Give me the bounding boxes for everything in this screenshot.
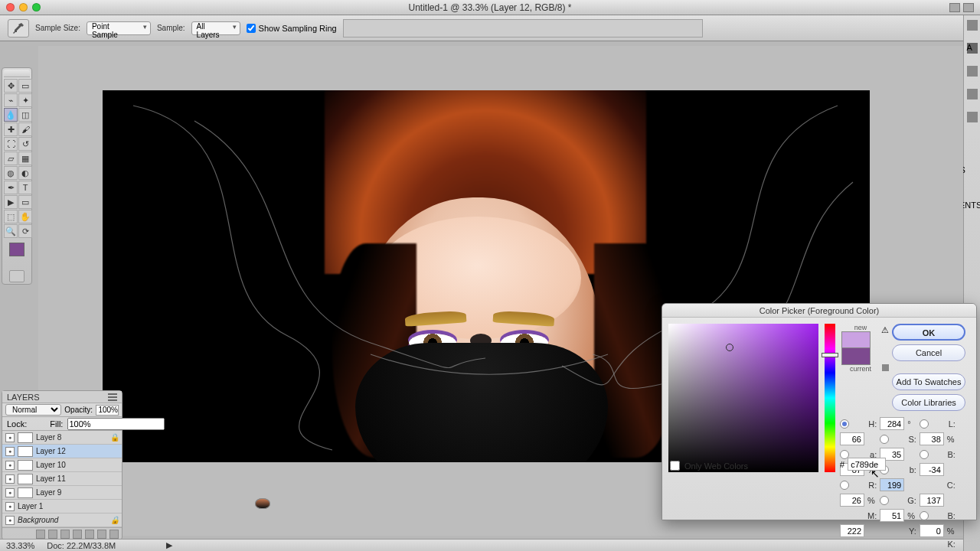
blend-mode-select[interactable]: Normal xyxy=(5,404,61,416)
color-libraries-button[interactable]: Color Libraries xyxy=(892,394,965,411)
yellow-input[interactable] xyxy=(920,524,944,537)
quick-mask-button[interactable] xyxy=(9,270,24,282)
visibility-toggle-icon[interactable] xyxy=(5,488,15,497)
layer-row[interactable]: Layer 11 xyxy=(2,472,122,486)
visibility-toggle-icon[interactable] xyxy=(5,447,15,456)
saturation-input[interactable] xyxy=(920,432,944,445)
close-window-icon[interactable] xyxy=(6,3,15,11)
cancel-button[interactable]: Cancel xyxy=(892,344,965,361)
panel-icon[interactable] xyxy=(967,89,978,99)
fill-input[interactable] xyxy=(67,418,165,430)
visibility-toggle-icon[interactable] xyxy=(5,433,15,442)
layer-row[interactable]: Layer 10 xyxy=(2,458,122,472)
ok-button[interactable]: OK xyxy=(892,324,965,341)
marquee-tool[interactable]: ▭ xyxy=(18,79,32,93)
visibility-toggle-icon[interactable] xyxy=(5,502,15,511)
eyedropper-tool-icon[interactable] xyxy=(8,19,29,37)
eraser-tool[interactable]: ▱ xyxy=(4,152,18,165)
gamut-warning-icon[interactable]: ⚠ xyxy=(881,325,889,335)
hue-radio[interactable] xyxy=(840,419,849,429)
lab-l-radio[interactable] xyxy=(920,419,929,429)
sample-select[interactable]: All Layers xyxy=(191,21,240,35)
visibility-toggle-icon[interactable] xyxy=(5,461,15,470)
brightness-radio[interactable] xyxy=(920,450,929,459)
only-web-colors-input[interactable] xyxy=(670,461,680,471)
clone-stamp-tool[interactable]: ⛶ xyxy=(4,137,18,151)
window-icon[interactable] xyxy=(949,3,960,12)
sample-size-select[interactable]: Point Sample xyxy=(87,21,151,35)
brush-tool[interactable]: 🖌 xyxy=(18,122,32,136)
zoom-tool[interactable]: 🔍 xyxy=(4,224,18,238)
panel-icon[interactable] xyxy=(967,112,978,122)
layers-panel-tab[interactable]: LAYERS xyxy=(2,391,122,403)
minimize-window-icon[interactable] xyxy=(19,3,28,11)
layer-row[interactable]: Layer 1 xyxy=(2,500,122,514)
healing-brush-tool[interactable]: ✚ xyxy=(4,122,18,136)
character-panel-icon[interactable]: A xyxy=(967,43,978,54)
opacity-input[interactable] xyxy=(96,405,119,416)
layer-mask-icon[interactable] xyxy=(60,530,70,539)
pen-tool[interactable]: ✒ xyxy=(4,181,18,194)
shape-tool[interactable]: ▭ xyxy=(18,195,32,209)
tools-panel-grip[interactable] xyxy=(4,70,30,77)
lasso-tool[interactable]: ⌁ xyxy=(4,93,18,107)
status-menu-arrow-icon[interactable]: ▶ xyxy=(166,540,172,550)
add-to-swatches-button[interactable]: Add To Swatches xyxy=(892,373,965,390)
red-input[interactable] xyxy=(880,478,904,491)
hue-input[interactable] xyxy=(880,417,904,430)
3d-tool[interactable]: ⬚ xyxy=(4,210,18,223)
web-safe-warning-icon[interactable] xyxy=(882,364,889,371)
layer-group-icon[interactable] xyxy=(85,530,94,539)
layers-panel-menu-icon[interactable] xyxy=(108,393,117,401)
current-color-swatch[interactable] xyxy=(841,348,871,365)
eyedropper-tool[interactable]: 💧 xyxy=(4,108,18,122)
dodge-tool[interactable]: ◐ xyxy=(18,166,32,180)
blue-radio[interactable] xyxy=(920,511,929,520)
blur-tool[interactable]: ◍ xyxy=(4,166,18,180)
rotate-view-tool[interactable]: ⟳ xyxy=(18,224,32,238)
doc-size[interactable]: Doc: 22.2M/33.8M xyxy=(47,541,116,550)
link-layers-icon[interactable] xyxy=(36,530,45,539)
type-tool[interactable]: T xyxy=(18,181,32,194)
foreground-color-swatch[interactable] xyxy=(4,243,30,256)
green-input[interactable] xyxy=(920,494,944,507)
crop-tool[interactable]: ◫ xyxy=(18,108,32,122)
gradient-tool[interactable]: ▦ xyxy=(18,152,32,165)
lab-l-input[interactable] xyxy=(840,432,864,445)
panel-icon[interactable] xyxy=(967,20,978,31)
adjustment-layer-icon[interactable] xyxy=(73,530,82,539)
lab-b-input[interactable] xyxy=(920,463,944,476)
zoom-level[interactable]: 33.33% xyxy=(6,541,34,550)
window-icon[interactable] xyxy=(963,3,974,12)
cyan-input[interactable] xyxy=(840,494,864,507)
hue-slider[interactable] xyxy=(825,324,835,472)
quick-select-tool[interactable]: ✦ xyxy=(18,93,32,107)
green-radio[interactable] xyxy=(880,496,889,505)
saturation-radio[interactable] xyxy=(880,435,889,444)
color-field[interactable] xyxy=(668,324,818,472)
visibility-toggle-icon[interactable] xyxy=(5,516,15,525)
layer-row[interactable]: Layer 8🔒 xyxy=(2,431,122,445)
magenta-input[interactable] xyxy=(880,509,904,522)
red-radio[interactable] xyxy=(840,481,849,490)
blue-input[interactable] xyxy=(840,524,864,537)
layer-row[interactable]: Background🔒 xyxy=(2,514,122,527)
hex-input[interactable] xyxy=(848,458,886,471)
layer-row[interactable]: Layer 9 xyxy=(2,486,122,500)
path-select-tool[interactable]: ▶ xyxy=(4,195,18,209)
paragraph-panel-icon[interactable] xyxy=(967,66,978,77)
move-tool[interactable]: ✥ xyxy=(4,79,18,93)
history-brush-tool[interactable]: ↺ xyxy=(18,137,32,151)
only-web-colors-checkbox[interactable]: Only Web Colors xyxy=(670,461,748,471)
delete-layer-icon[interactable] xyxy=(109,530,119,539)
layer-row[interactable]: Layer 12 xyxy=(2,445,122,458)
layer-effects-icon[interactable] xyxy=(48,530,57,539)
color-field-marker[interactable] xyxy=(726,344,733,351)
show-sampling-ring-checkbox[interactable]: Show Sampling Ring xyxy=(247,24,337,33)
hue-slider-handle[interactable] xyxy=(822,353,838,357)
hand-tool[interactable]: ✋ xyxy=(18,210,32,223)
zoom-window-icon[interactable] xyxy=(32,3,41,11)
visibility-toggle-icon[interactable] xyxy=(5,474,15,484)
new-layer-icon[interactable] xyxy=(97,530,106,539)
show-sampling-ring-input[interactable] xyxy=(247,24,256,33)
